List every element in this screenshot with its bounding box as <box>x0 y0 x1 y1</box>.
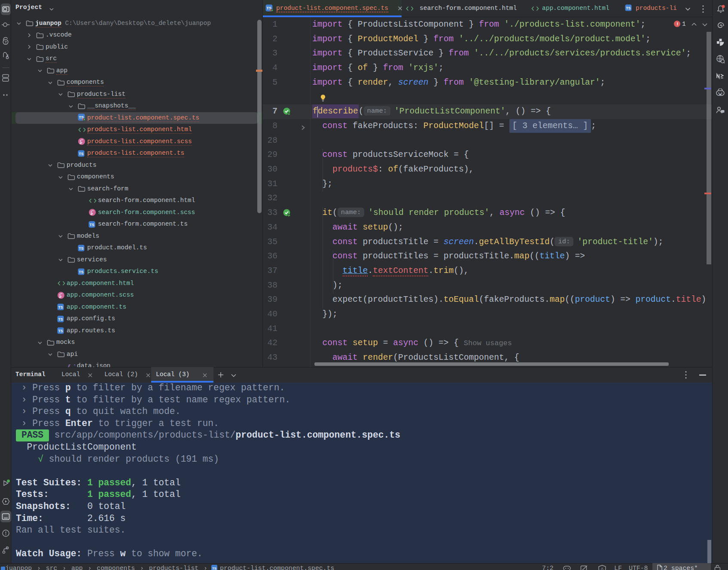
svg-text:TS: TS <box>58 305 63 310</box>
svg-text:TS: TS <box>79 270 84 274</box>
svg-text:TS: TS <box>79 246 84 250</box>
svg-text:TS: TS <box>212 567 217 570</box>
svg-text:{ }: { } <box>67 364 75 367</box>
svg-text:TS: TS <box>626 6 631 10</box>
svg-text:TS: TS <box>58 317 63 321</box>
svg-text:TS: TS <box>58 329 63 333</box>
svg-text:TS: TS <box>79 151 84 156</box>
svg-text:?: ? <box>4 40 6 44</box>
svg-text:A: A <box>601 567 603 570</box>
svg-text:TS: TS <box>90 222 94 227</box>
